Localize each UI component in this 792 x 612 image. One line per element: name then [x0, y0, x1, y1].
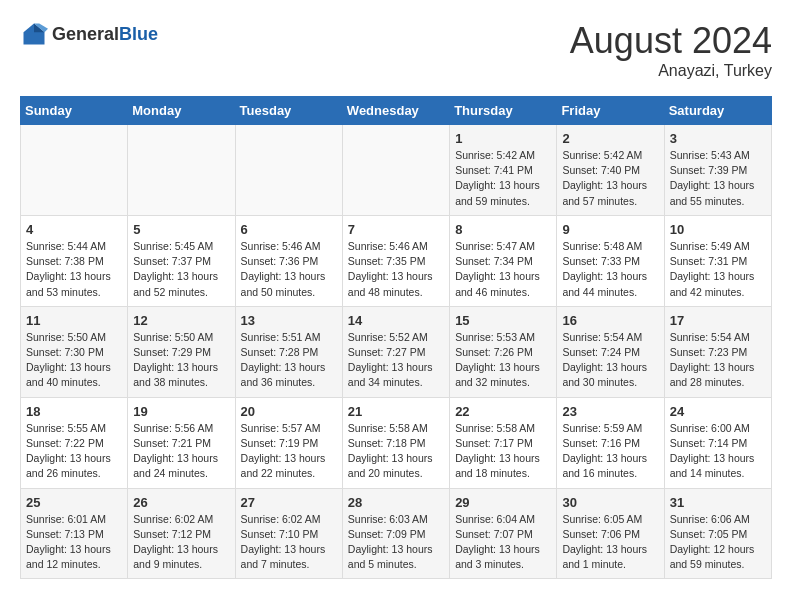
- day-cell: 16Sunrise: 5:54 AMSunset: 7:24 PMDayligh…: [557, 306, 664, 397]
- day-cell: 4Sunrise: 5:44 AMSunset: 7:38 PMDaylight…: [21, 215, 128, 306]
- day-number: 15: [455, 313, 551, 328]
- day-number: 28: [348, 495, 444, 510]
- day-number: 19: [133, 404, 229, 419]
- day-number: 17: [670, 313, 766, 328]
- day-cell: 31Sunrise: 6:06 AMSunset: 7:05 PMDayligh…: [664, 488, 771, 579]
- day-cell: 25Sunrise: 6:01 AMSunset: 7:13 PMDayligh…: [21, 488, 128, 579]
- day-info: Sunrise: 5:42 AMSunset: 7:40 PMDaylight:…: [562, 148, 658, 209]
- day-info: Sunrise: 5:55 AMSunset: 7:22 PMDaylight:…: [26, 421, 122, 482]
- day-number: 25: [26, 495, 122, 510]
- day-cell: [128, 125, 235, 216]
- day-cell: 7Sunrise: 5:46 AMSunset: 7:35 PMDaylight…: [342, 215, 449, 306]
- day-info: Sunrise: 6:04 AMSunset: 7:07 PMDaylight:…: [455, 512, 551, 573]
- day-cell: 19Sunrise: 5:56 AMSunset: 7:21 PMDayligh…: [128, 397, 235, 488]
- logo-general: General: [52, 24, 119, 44]
- day-number: 20: [241, 404, 337, 419]
- header-cell-saturday: Saturday: [664, 97, 771, 125]
- day-info: Sunrise: 5:54 AMSunset: 7:24 PMDaylight:…: [562, 330, 658, 391]
- day-cell: 11Sunrise: 5:50 AMSunset: 7:30 PMDayligh…: [21, 306, 128, 397]
- day-number: 6: [241, 222, 337, 237]
- day-info: Sunrise: 6:02 AMSunset: 7:12 PMDaylight:…: [133, 512, 229, 573]
- day-info: Sunrise: 6:01 AMSunset: 7:13 PMDaylight:…: [26, 512, 122, 573]
- day-info: Sunrise: 5:44 AMSunset: 7:38 PMDaylight:…: [26, 239, 122, 300]
- location: Anayazi, Turkey: [570, 62, 772, 80]
- day-info: Sunrise: 5:56 AMSunset: 7:21 PMDaylight:…: [133, 421, 229, 482]
- day-cell: 24Sunrise: 6:00 AMSunset: 7:14 PMDayligh…: [664, 397, 771, 488]
- calendar-table: SundayMondayTuesdayWednesdayThursdayFrid…: [20, 96, 772, 579]
- day-number: 16: [562, 313, 658, 328]
- day-cell: [342, 125, 449, 216]
- day-cell: 6Sunrise: 5:46 AMSunset: 7:36 PMDaylight…: [235, 215, 342, 306]
- day-number: 31: [670, 495, 766, 510]
- day-cell: 26Sunrise: 6:02 AMSunset: 7:12 PMDayligh…: [128, 488, 235, 579]
- day-number: 24: [670, 404, 766, 419]
- day-cell: 2Sunrise: 5:42 AMSunset: 7:40 PMDaylight…: [557, 125, 664, 216]
- day-cell: 10Sunrise: 5:49 AMSunset: 7:31 PMDayligh…: [664, 215, 771, 306]
- day-info: Sunrise: 5:42 AMSunset: 7:41 PMDaylight:…: [455, 148, 551, 209]
- day-cell: 27Sunrise: 6:02 AMSunset: 7:10 PMDayligh…: [235, 488, 342, 579]
- day-info: Sunrise: 5:46 AMSunset: 7:35 PMDaylight:…: [348, 239, 444, 300]
- day-cell: [235, 125, 342, 216]
- day-cell: 18Sunrise: 5:55 AMSunset: 7:22 PMDayligh…: [21, 397, 128, 488]
- week-row-3: 11Sunrise: 5:50 AMSunset: 7:30 PMDayligh…: [21, 306, 772, 397]
- day-cell: 21Sunrise: 5:58 AMSunset: 7:18 PMDayligh…: [342, 397, 449, 488]
- day-number: 11: [26, 313, 122, 328]
- day-info: Sunrise: 5:47 AMSunset: 7:34 PMDaylight:…: [455, 239, 551, 300]
- day-number: 1: [455, 131, 551, 146]
- header-cell-wednesday: Wednesday: [342, 97, 449, 125]
- day-number: 30: [562, 495, 658, 510]
- day-cell: 14Sunrise: 5:52 AMSunset: 7:27 PMDayligh…: [342, 306, 449, 397]
- day-info: Sunrise: 5:49 AMSunset: 7:31 PMDaylight:…: [670, 239, 766, 300]
- day-number: 12: [133, 313, 229, 328]
- week-row-1: 1Sunrise: 5:42 AMSunset: 7:41 PMDaylight…: [21, 125, 772, 216]
- day-cell: 29Sunrise: 6:04 AMSunset: 7:07 PMDayligh…: [450, 488, 557, 579]
- day-cell: 23Sunrise: 5:59 AMSunset: 7:16 PMDayligh…: [557, 397, 664, 488]
- day-info: Sunrise: 5:51 AMSunset: 7:28 PMDaylight:…: [241, 330, 337, 391]
- day-info: Sunrise: 5:58 AMSunset: 7:17 PMDaylight:…: [455, 421, 551, 482]
- day-number: 18: [26, 404, 122, 419]
- day-info: Sunrise: 5:46 AMSunset: 7:36 PMDaylight:…: [241, 239, 337, 300]
- day-number: 5: [133, 222, 229, 237]
- day-info: Sunrise: 5:58 AMSunset: 7:18 PMDaylight:…: [348, 421, 444, 482]
- day-cell: 8Sunrise: 5:47 AMSunset: 7:34 PMDaylight…: [450, 215, 557, 306]
- day-info: Sunrise: 5:52 AMSunset: 7:27 PMDaylight:…: [348, 330, 444, 391]
- day-info: Sunrise: 5:59 AMSunset: 7:16 PMDaylight:…: [562, 421, 658, 482]
- day-cell: 22Sunrise: 5:58 AMSunset: 7:17 PMDayligh…: [450, 397, 557, 488]
- day-number: 27: [241, 495, 337, 510]
- header-row: SundayMondayTuesdayWednesdayThursdayFrid…: [21, 97, 772, 125]
- header-cell-friday: Friday: [557, 97, 664, 125]
- day-number: 10: [670, 222, 766, 237]
- day-cell: 3Sunrise: 5:43 AMSunset: 7:39 PMDaylight…: [664, 125, 771, 216]
- day-info: Sunrise: 6:00 AMSunset: 7:14 PMDaylight:…: [670, 421, 766, 482]
- day-cell: 9Sunrise: 5:48 AMSunset: 7:33 PMDaylight…: [557, 215, 664, 306]
- day-number: 29: [455, 495, 551, 510]
- calendar-header: SundayMondayTuesdayWednesdayThursdayFrid…: [21, 97, 772, 125]
- header-cell-thursday: Thursday: [450, 97, 557, 125]
- day-info: Sunrise: 6:03 AMSunset: 7:09 PMDaylight:…: [348, 512, 444, 573]
- day-info: Sunrise: 6:05 AMSunset: 7:06 PMDaylight:…: [562, 512, 658, 573]
- day-cell: 5Sunrise: 5:45 AMSunset: 7:37 PMDaylight…: [128, 215, 235, 306]
- header-cell-tuesday: Tuesday: [235, 97, 342, 125]
- day-info: Sunrise: 5:50 AMSunset: 7:29 PMDaylight:…: [133, 330, 229, 391]
- title-block: August 2024 Anayazi, Turkey: [570, 20, 772, 80]
- day-info: Sunrise: 6:02 AMSunset: 7:10 PMDaylight:…: [241, 512, 337, 573]
- week-row-5: 25Sunrise: 6:01 AMSunset: 7:13 PMDayligh…: [21, 488, 772, 579]
- day-number: 3: [670, 131, 766, 146]
- calendar-body: 1Sunrise: 5:42 AMSunset: 7:41 PMDaylight…: [21, 125, 772, 579]
- day-cell: 30Sunrise: 6:05 AMSunset: 7:06 PMDayligh…: [557, 488, 664, 579]
- week-row-4: 18Sunrise: 5:55 AMSunset: 7:22 PMDayligh…: [21, 397, 772, 488]
- day-number: 9: [562, 222, 658, 237]
- day-number: 14: [348, 313, 444, 328]
- day-cell: 13Sunrise: 5:51 AMSunset: 7:28 PMDayligh…: [235, 306, 342, 397]
- day-cell: [21, 125, 128, 216]
- day-info: Sunrise: 5:54 AMSunset: 7:23 PMDaylight:…: [670, 330, 766, 391]
- day-number: 4: [26, 222, 122, 237]
- week-row-2: 4Sunrise: 5:44 AMSunset: 7:38 PMDaylight…: [21, 215, 772, 306]
- day-cell: 12Sunrise: 5:50 AMSunset: 7:29 PMDayligh…: [128, 306, 235, 397]
- day-number: 21: [348, 404, 444, 419]
- day-cell: 20Sunrise: 5:57 AMSunset: 7:19 PMDayligh…: [235, 397, 342, 488]
- logo-icon: [20, 20, 48, 48]
- day-number: 23: [562, 404, 658, 419]
- day-number: 13: [241, 313, 337, 328]
- day-info: Sunrise: 5:57 AMSunset: 7:19 PMDaylight:…: [241, 421, 337, 482]
